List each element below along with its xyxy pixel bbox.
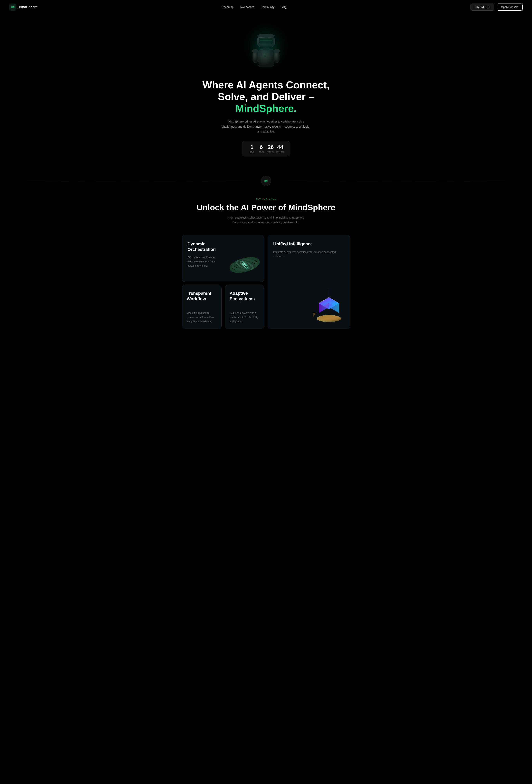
card-dynamic-orchestration: Dynamic Orchestration Effortlessly coord… [182,235,264,282]
card-dynamic-orchestration-image [225,235,264,282]
features-eyebrow: KEY FEATURES [9,198,523,200]
card-adaptive-ecosystems: Adaptive Ecosystems Scale and evolve wit… [225,285,264,329]
features-subtitle: From seamless orchestration to real-time… [225,216,307,225]
divider-logo-icon [261,176,271,186]
card-adaptive-ecosystems-desc: Scale and evolve with a platform built f… [230,311,260,324]
card-transparent-workflow-title: Transparent Workflow [187,291,217,302]
buy-button[interactable]: Buy $MINDS [471,3,495,10]
nav-tokenomics[interactable]: Tokenomics [240,5,254,9]
hero-title: Where AI Agents Connect, Solve, and Deli… [199,79,333,114]
card-dynamic-orchestration-desc: Effortlessly coordinate AI workflows wit… [187,255,219,268]
seconds-value: 44 [277,144,283,150]
nav-roadmap[interactable]: Roadmap [222,5,234,9]
nav-community[interactable]: Community [261,5,274,9]
features-left-column: Dynamic Orchestration Effortlessly coord… [182,235,264,329]
countdown-minutes: 26 minutes [266,144,275,153]
nav-faq[interactable]: FAQ [281,5,286,9]
hours-label: hours [259,151,264,153]
card-unified-intelligence-title: Unified Intelligence [273,241,345,247]
card-dynamic-orchestration-text: Dynamic Orchestration Effortlessly coord… [182,235,225,282]
features-title: Unlock the AI Power of MindSphere [9,203,523,212]
card-transparent-workflow-desc: Visualize and control processes with rea… [187,311,217,324]
minutes-label: minutes [267,151,275,153]
days-value: 1 [250,144,254,150]
minutes-value: 26 [268,144,274,150]
hero-section: Where AI Agents Connect, Solve, and Deli… [0,14,532,168]
console-button[interactable]: Open Console [497,3,523,10]
days-label: days [249,151,254,153]
navbar: MindSphere Roadmap Tokenomics Community … [0,0,532,14]
countdown-days: 1 days [247,144,256,153]
card-unified-intelligence-image [273,287,345,323]
countdown-seconds: 44 seconds [276,144,285,153]
hero-title-accent: MindSphere. [235,103,297,114]
nav-actions: Buy $MINDS Open Console [471,3,523,10]
card-unified-intelligence-desc: Integrate AI systems seamlessly for smar… [273,250,345,258]
seconds-label: seconds [276,151,284,153]
hero-subtitle: MindSphere brings AI agents together to … [221,119,311,134]
countdown-timer: 1 days 6 hours 26 minutes 44 seconds [242,141,290,156]
card-unified-intelligence-text: Unified Intelligence Integrate AI system… [273,241,345,258]
svg-rect-24 [313,313,316,318]
card-adaptive-ecosystems-title: Adaptive Ecosystems [230,291,260,302]
features-section: KEY FEATURES Unlock the AI Power of Mind… [0,194,532,345]
features-grid: Dynamic Orchestration Effortlessly coord… [182,235,350,329]
card-unified-intelligence: Unified Intelligence Integrate AI system… [268,235,350,329]
hero-robot-illustration [239,18,293,73]
hours-value: 6 [260,144,263,150]
card-dynamic-orchestration-title: Dynamic Orchestration [187,241,219,252]
countdown-hours: 6 hours [257,144,266,153]
card-transparent-workflow: Transparent Workflow Visualize and contr… [182,285,221,329]
nav-links: Roadmap Tokenomics Community FAQ [222,5,286,9]
svg-point-23 [318,315,340,321]
section-divider [0,168,532,194]
logo[interactable]: MindSphere [9,3,37,10]
features-bottom-row: Transparent Workflow Visualize and contr… [182,285,264,329]
logo-text: MindSphere [19,5,37,9]
